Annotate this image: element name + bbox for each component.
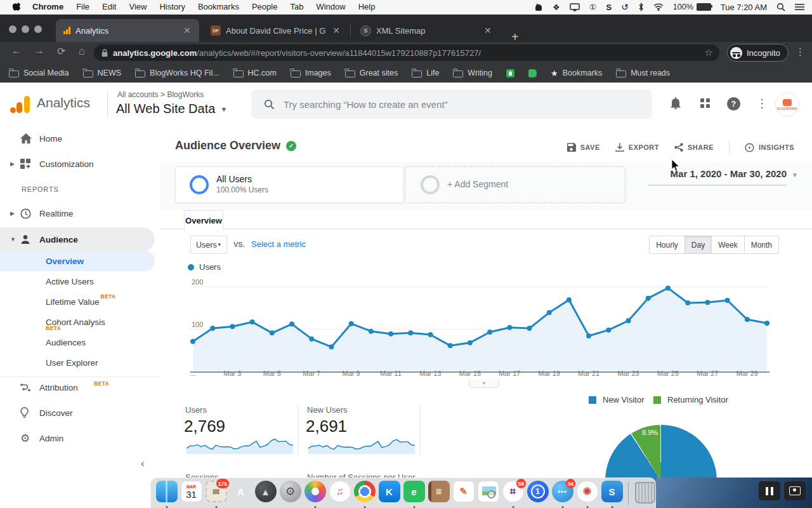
dock-item-photos[interactable] <box>303 481 327 506</box>
property-selector[interactable]: All Web Site Data ▼ <box>116 102 227 116</box>
sidebar-item-realtime[interactable]: ▶ Realtime <box>0 202 160 225</box>
export-button[interactable]: EXPORT <box>615 143 659 152</box>
airplay-display-icon[interactable] <box>570 2 580 12</box>
dock-item-preview[interactable] <box>476 481 500 506</box>
menu-help[interactable]: Help <box>352 0 382 14</box>
tab-analytics[interactable]: Analytics ✕ <box>56 19 199 42</box>
bookmark-folder-hc-com[interactable]: HC.com <box>233 69 277 77</box>
notification-center-icon[interactable] <box>795 2 804 12</box>
bookmark-star-icon[interactable]: ☆ <box>705 47 713 58</box>
skitch-menu-icon[interactable]: S <box>606 2 612 12</box>
granularity-month[interactable]: Month <box>744 236 779 254</box>
dock-item-app-store[interactable]: A <box>229 481 252 506</box>
window-close-button[interactable] <box>9 25 16 33</box>
window-zoom-button[interactable] <box>34 25 42 33</box>
menu-tab[interactable]: Tab <box>284 0 310 14</box>
dock-item-evernote[interactable]: e <box>402 481 426 506</box>
battery-indicator[interactable]: 100% <box>673 2 711 12</box>
granularity-hourly[interactable]: Hourly <box>649 236 685 254</box>
bookmark-folder-great-sites[interactable]: Great sites <box>345 69 398 77</box>
expand-arrow-icon[interactable]: ▶ <box>10 210 15 217</box>
bookmark-folder-writing[interactable]: Writing <box>453 69 492 77</box>
sidebar-item-user-explorer[interactable]: User Explorer <box>0 352 155 373</box>
tab-david-clive-price[interactable]: DP About David Clive Price | Globa ✕ <box>203 19 348 42</box>
notifications-bell-icon[interactable] <box>670 97 681 112</box>
tab-xml-sitemap[interactable]: S XML Sitemap ✕ <box>353 19 500 42</box>
sidebar-item-audience[interactable]: ▼ Audience <box>0 227 155 251</box>
dock-item-notebook[interactable]: ≣ <box>427 481 450 506</box>
bookmark-folder-blogworks-hq-fil-[interactable]: BlogWorks HQ Fil... <box>135 69 219 77</box>
dock-item-calendar[interactable]: MAR31 <box>180 481 203 506</box>
menu-window[interactable]: Window <box>310 0 351 14</box>
apps-grid-icon[interactable] <box>700 98 710 108</box>
circled-1-icon[interactable]: ① <box>589 2 597 12</box>
sidebar-item-admin[interactable]: ⚙ Admin <box>0 427 160 450</box>
users-stat-value[interactable]: 2,769 <box>184 417 225 436</box>
dock-item-keynote[interactable]: K <box>377 481 401 506</box>
dock-item-1password[interactable]: 1 <box>526 481 549 506</box>
dropbox-icon[interactable]: ❖ <box>553 2 560 12</box>
menu-view[interactable]: View <box>122 0 153 14</box>
evernote-icon[interactable] <box>534 2 543 12</box>
menubar-clock[interactable]: Tue 7:20 AM <box>721 3 767 12</box>
bookmark-folder-news[interactable]: NEWS <box>83 69 122 77</box>
menu-people[interactable]: People <box>246 0 284 14</box>
date-range-selector[interactable]: Mar 1, 2020 - Mar 30, 2020 <box>671 168 787 179</box>
back-button[interactable]: ← <box>11 45 22 57</box>
sidebar-item-cohort-analysis[interactable]: Cohort AnalysisBETA <box>0 312 155 332</box>
header-overflow-menu-icon[interactable]: ⋮ <box>756 97 768 110</box>
chrome-menu-button[interactable]: ⋮ <box>796 46 805 58</box>
wifi-icon[interactable] <box>653 2 664 12</box>
recorder-pause-button[interactable] <box>759 481 780 500</box>
address-bar[interactable]: analytics.google.com/analytics/web/#/rep… <box>94 44 719 61</box>
granularity-day[interactable]: Day <box>684 236 712 254</box>
dock-item-sitesucker[interactable]: ✺ <box>575 481 599 506</box>
segment-all-users[interactable]: All Users 100.00% Users <box>175 166 403 203</box>
tab-overview[interactable]: Overview <box>184 210 223 230</box>
expand-arrow-icon[interactable]: ▶ <box>10 161 15 167</box>
tab-close-icon[interactable]: ✕ <box>332 25 340 36</box>
menu-file[interactable]: File <box>70 0 96 14</box>
help-icon[interactable]: ? <box>727 97 740 110</box>
insights-button[interactable]: INSIGHTS <box>745 143 794 152</box>
dock-item-skitch[interactable]: S <box>600 481 624 506</box>
menu-bookmarks[interactable]: Bookmarks <box>192 0 246 14</box>
dock-item-itunes[interactable]: ♫ <box>328 481 351 506</box>
dock-item-slack[interactable]: ⌗59 <box>501 481 525 506</box>
time-machine-icon[interactable]: ↺ <box>621 2 629 12</box>
home-button[interactable]: ⌂ <box>79 45 85 58</box>
dock-item-rocket[interactable]: ▲ <box>254 481 277 506</box>
sidebar-item-lifetime-value[interactable]: Lifetime ValueBETA <box>0 291 155 312</box>
sidebar-item-discover[interactable]: Discover <box>0 401 160 424</box>
chart-expander-tab[interactable]: ▼ <box>469 379 499 388</box>
save-button[interactable]: SAVE <box>567 143 600 152</box>
sidebar-item-attribution[interactable]: Attribution BETA <box>0 376 160 399</box>
add-segment-button[interactable]: + Add Segment <box>405 166 625 203</box>
dock-item-finder[interactable] <box>155 481 178 506</box>
menu-history[interactable]: History <box>153 0 191 14</box>
users-line-chart[interactable] <box>190 283 769 373</box>
evernote-bookmark-icon[interactable] <box>528 69 537 77</box>
sidebar-item-home[interactable]: Home <box>0 127 160 150</box>
recorder-camera-button[interactable] <box>784 481 806 500</box>
dock-item-system-preferences[interactable]: ⚙ <box>278 481 302 506</box>
feedly-icon[interactable] <box>506 69 514 77</box>
share-button[interactable]: SHARE <box>674 143 714 152</box>
collapse-arrow-icon[interactable]: ▼ <box>10 236 16 243</box>
ga-search-bar[interactable]: Try searching “How to create an event” <box>251 90 652 119</box>
spotlight-icon[interactable] <box>776 2 785 12</box>
analytics-logo[interactable] <box>9 93 32 116</box>
window-minimize-button[interactable] <box>22 25 29 33</box>
sidebar-item-audiences[interactable]: Audiences <box>0 332 155 352</box>
apple-menu-icon[interactable] <box>13 3 21 12</box>
bluetooth-icon[interactable] <box>638 2 644 12</box>
reload-button[interactable]: ⟳ <box>57 45 65 57</box>
bookmark-folder-must-reads[interactable]: Must reads <box>616 69 670 77</box>
sidebar-collapse-chevron[interactable]: ‹ <box>141 457 145 470</box>
menu-edit[interactable]: Edit <box>96 0 122 14</box>
account-avatar[interactable]: BLOGWORKS <box>775 93 799 117</box>
select-metric-link[interactable]: Select a metric <box>251 239 306 249</box>
tab-close-icon[interactable]: ✕ <box>183 25 191 36</box>
dock-item-messages[interactable]: •••34 <box>551 481 574 506</box>
metric-dropdown[interactable]: Users▼ <box>190 236 227 254</box>
